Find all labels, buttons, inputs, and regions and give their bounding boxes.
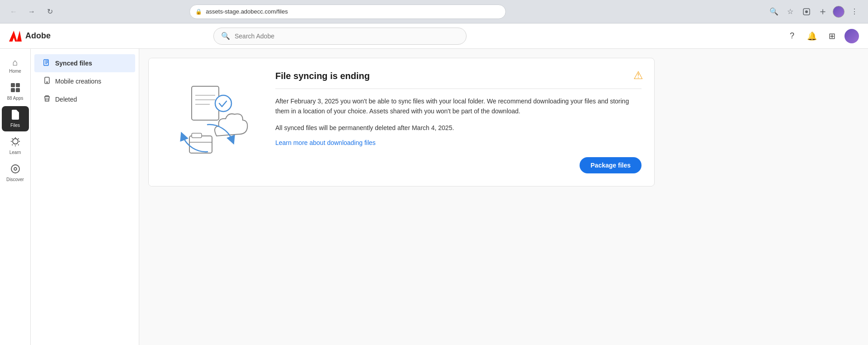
svg-point-11 xyxy=(47,82,47,83)
main-content: ⚠ File syncing is ending After February … xyxy=(139,49,868,345)
address-bar[interactable]: 🔒 assets-stage.adobecc.com/files xyxy=(189,5,506,19)
sidebar-item-learn[interactable]: Learn xyxy=(2,133,29,159)
mobile-creations-icon xyxy=(43,77,51,86)
browser-chrome: ← → ↻ 🔒 assets-stage.adobecc.com/files 🔍… xyxy=(0,0,868,23)
search-input[interactable] xyxy=(235,33,459,40)
search-container: 🔍 xyxy=(213,28,467,45)
nav-synced-files[interactable]: Synced files xyxy=(34,54,135,72)
nav-mobile-creations[interactable]: Mobile creations xyxy=(34,72,135,90)
synced-files-label: Synced files xyxy=(55,60,92,67)
svg-rect-17 xyxy=(189,136,212,153)
top-nav: Adobe 🔍 ? 🔔 ⊞ xyxy=(0,23,868,49)
package-files-button[interactable]: Package files xyxy=(580,157,642,173)
deleted-label: Deleted xyxy=(55,96,77,103)
deleted-icon xyxy=(43,95,51,104)
svg-point-7 xyxy=(11,165,19,173)
search-bar[interactable]: 🔍 xyxy=(213,28,467,45)
notifications-button[interactable]: 🔔 xyxy=(805,29,819,43)
sidebar-item-home[interactable]: ⌂ Home xyxy=(2,54,29,77)
apps-grid-button[interactable]: ⊞ xyxy=(825,29,839,43)
user-avatar[interactable] xyxy=(844,29,859,43)
browser-menu-button[interactable]: ⋮ xyxy=(848,5,861,18)
lock-icon: 🔒 xyxy=(195,9,202,15)
notice-title: File syncing is ending xyxy=(275,71,642,81)
icon-rail: ⌂ Home 88 Apps Files Learn xyxy=(0,49,31,345)
extension-icon1[interactable] xyxy=(800,5,813,18)
svg-point-16 xyxy=(215,95,231,112)
apps-icon xyxy=(10,83,20,94)
url-text: assets-stage.adobecc.com/files xyxy=(206,8,288,15)
forward-button[interactable]: → xyxy=(25,5,38,18)
zoom-button[interactable]: 🔍 xyxy=(768,5,780,18)
notice-card: ⚠ File syncing is ending After February … xyxy=(148,58,655,186)
notice-body-text1: After February 3, 2025 you won't be able… xyxy=(275,96,642,117)
svg-point-1 xyxy=(805,10,808,13)
svg-point-6 xyxy=(13,139,18,144)
svg-rect-4 xyxy=(11,88,15,92)
warning-icon: ⚠ xyxy=(633,69,643,82)
learn-icon xyxy=(10,137,20,148)
discover-icon xyxy=(10,164,20,175)
home-icon: ⌂ xyxy=(12,58,18,67)
notice-divider xyxy=(275,89,642,89)
notice-body-text2: All synced files will be permanently del… xyxy=(275,123,642,133)
files-icon xyxy=(11,110,20,121)
nav-deleted[interactable]: Deleted xyxy=(34,90,135,108)
help-button[interactable]: ? xyxy=(785,29,799,43)
reload-button[interactable]: ↻ xyxy=(43,5,56,18)
browser-right-controls: 🔍 ☆ ⋮ xyxy=(768,5,861,18)
second-sidebar: Synced files Mobile creations Deleted xyxy=(31,49,139,345)
sidebar-item-discover[interactable]: Discover xyxy=(2,160,29,186)
svg-rect-18 xyxy=(192,133,202,138)
notice-footer: Package files xyxy=(275,157,642,173)
browser-profile-avatar[interactable] xyxy=(833,6,844,18)
notice-illustration xyxy=(149,58,266,186)
synced-files-icon xyxy=(43,59,51,68)
svg-point-8 xyxy=(14,168,17,170)
content-area: ⌂ Home 88 Apps Files Learn xyxy=(0,49,868,345)
svg-rect-3 xyxy=(16,83,20,87)
learn-more-link[interactable]: Learn more about downloading files xyxy=(275,139,376,146)
adobe-logo[interactable]: Adobe xyxy=(9,31,51,42)
notice-body: ⚠ File syncing is ending After February … xyxy=(266,58,654,186)
back-button[interactable]: ← xyxy=(7,5,20,18)
sidebar-item-files[interactable]: Files xyxy=(2,106,29,131)
top-nav-right: ? 🔔 ⊞ xyxy=(785,29,859,43)
adobe-logo-text: Adobe xyxy=(25,31,51,41)
mobile-creations-label: Mobile creations xyxy=(55,78,101,85)
app-container: Adobe 🔍 ? 🔔 ⊞ ⌂ Home 8 xyxy=(0,23,868,345)
search-icon: 🔍 xyxy=(221,32,230,40)
bookmark-button[interactable]: ☆ xyxy=(784,5,797,18)
svg-rect-2 xyxy=(11,83,15,87)
svg-rect-5 xyxy=(16,88,20,92)
extension-icon2[interactable] xyxy=(816,5,829,18)
sidebar-item-apps[interactable]: 88 Apps xyxy=(2,79,29,104)
